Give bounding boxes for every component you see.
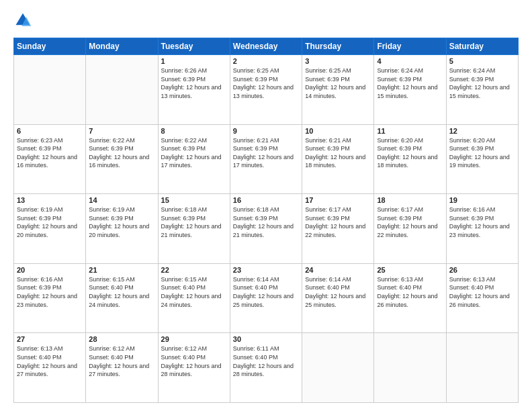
day-info: Sunrise: 6:20 AM Sunset: 6:39 PM Dayligh… bbox=[449, 136, 515, 170]
logo bbox=[13, 12, 35, 31]
day-number: 7 bbox=[89, 127, 154, 135]
day-info: Sunrise: 6:12 AM Sunset: 6:40 PM Dayligh… bbox=[161, 345, 227, 378]
day-number: 8 bbox=[161, 127, 227, 135]
calendar-cell bbox=[86, 55, 158, 125]
calendar-cell: 18Sunrise: 6:17 AM Sunset: 6:39 PM Dayli… bbox=[374, 194, 446, 264]
calendar-cell: 8Sunrise: 6:22 AM Sunset: 6:39 PM Daylig… bbox=[158, 124, 230, 194]
day-number: 28 bbox=[89, 335, 154, 343]
weekday-header-wednesday: Wednesday bbox=[230, 38, 302, 55]
day-info: Sunrise: 6:12 AM Sunset: 6:40 PM Dayligh… bbox=[89, 345, 154, 378]
day-number: 2 bbox=[233, 57, 299, 65]
calendar-week-row: 6Sunrise: 6:23 AM Sunset: 6:39 PM Daylig… bbox=[14, 124, 519, 194]
weekday-header-saturday: Saturday bbox=[446, 38, 518, 55]
day-number: 13 bbox=[17, 196, 83, 204]
day-number: 20 bbox=[17, 266, 83, 274]
calendar-cell: 24Sunrise: 6:14 AM Sunset: 6:40 PM Dayli… bbox=[302, 263, 374, 333]
calendar-cell: 9Sunrise: 6:21 AM Sunset: 6:39 PM Daylig… bbox=[230, 124, 302, 194]
calendar-cell: 13Sunrise: 6:19 AM Sunset: 6:39 PM Dayli… bbox=[14, 194, 86, 264]
page: SundayMondayTuesdayWednesdayThursdayFrid… bbox=[0, 0, 532, 411]
day-info: Sunrise: 6:13 AM Sunset: 6:40 PM Dayligh… bbox=[17, 345, 83, 378]
calendar-cell: 29Sunrise: 6:12 AM Sunset: 6:40 PM Dayli… bbox=[158, 333, 230, 403]
calendar-table: SundayMondayTuesdayWednesdayThursdayFrid… bbox=[13, 38, 519, 403]
day-number: 22 bbox=[161, 266, 227, 274]
day-number: 21 bbox=[89, 266, 154, 274]
calendar-body: 1Sunrise: 6:26 AM Sunset: 6:39 PM Daylig… bbox=[14, 55, 519, 403]
day-number: 11 bbox=[377, 127, 443, 135]
day-info: Sunrise: 6:23 AM Sunset: 6:39 PM Dayligh… bbox=[17, 136, 83, 170]
calendar-cell bbox=[446, 333, 518, 403]
calendar-cell: 10Sunrise: 6:21 AM Sunset: 6:39 PM Dayli… bbox=[302, 124, 374, 194]
calendar-cell: 19Sunrise: 6:16 AM Sunset: 6:39 PM Dayli… bbox=[446, 194, 518, 264]
weekday-header-sunday: Sunday bbox=[14, 38, 86, 55]
day-number: 14 bbox=[89, 196, 154, 204]
calendar-week-row: 1Sunrise: 6:26 AM Sunset: 6:39 PM Daylig… bbox=[14, 55, 519, 125]
calendar-cell: 1Sunrise: 6:26 AM Sunset: 6:39 PM Daylig… bbox=[158, 55, 230, 125]
calendar-cell: 30Sunrise: 6:11 AM Sunset: 6:40 PM Dayli… bbox=[230, 333, 302, 403]
day-number: 15 bbox=[161, 196, 227, 204]
day-info: Sunrise: 6:16 AM Sunset: 6:39 PM Dayligh… bbox=[17, 275, 83, 309]
day-info: Sunrise: 6:20 AM Sunset: 6:39 PM Dayligh… bbox=[377, 136, 443, 170]
day-number: 5 bbox=[449, 57, 515, 65]
calendar-cell: 23Sunrise: 6:14 AM Sunset: 6:40 PM Dayli… bbox=[230, 263, 302, 333]
day-number: 6 bbox=[17, 127, 83, 135]
day-info: Sunrise: 6:14 AM Sunset: 6:40 PM Dayligh… bbox=[305, 275, 371, 309]
day-info: Sunrise: 6:22 AM Sunset: 6:39 PM Dayligh… bbox=[161, 136, 227, 170]
day-info: Sunrise: 6:25 AM Sunset: 6:39 PM Dayligh… bbox=[233, 66, 299, 100]
day-info: Sunrise: 6:17 AM Sunset: 6:39 PM Dayligh… bbox=[377, 205, 443, 239]
day-number: 12 bbox=[449, 127, 515, 135]
day-number: 30 bbox=[233, 335, 299, 343]
calendar-cell: 2Sunrise: 6:25 AM Sunset: 6:39 PM Daylig… bbox=[230, 55, 302, 125]
calendar-cell: 3Sunrise: 6:25 AM Sunset: 6:39 PM Daylig… bbox=[302, 55, 374, 125]
day-info: Sunrise: 6:24 AM Sunset: 6:39 PM Dayligh… bbox=[377, 66, 443, 100]
calendar-cell: 14Sunrise: 6:19 AM Sunset: 6:39 PM Dayli… bbox=[86, 194, 158, 264]
calendar-cell: 12Sunrise: 6:20 AM Sunset: 6:39 PM Dayli… bbox=[446, 124, 518, 194]
calendar-week-row: 27Sunrise: 6:13 AM Sunset: 6:40 PM Dayli… bbox=[14, 333, 519, 403]
day-number: 29 bbox=[161, 335, 227, 343]
day-info: Sunrise: 6:21 AM Sunset: 6:39 PM Dayligh… bbox=[305, 136, 371, 170]
day-number: 18 bbox=[377, 196, 443, 204]
day-number: 24 bbox=[305, 266, 371, 274]
day-info: Sunrise: 6:26 AM Sunset: 6:39 PM Dayligh… bbox=[161, 66, 227, 100]
calendar-cell: 11Sunrise: 6:20 AM Sunset: 6:39 PM Dayli… bbox=[374, 124, 446, 194]
day-info: Sunrise: 6:24 AM Sunset: 6:39 PM Dayligh… bbox=[449, 66, 515, 100]
calendar-cell bbox=[14, 55, 86, 125]
calendar-cell: 28Sunrise: 6:12 AM Sunset: 6:40 PM Dayli… bbox=[86, 333, 158, 403]
day-info: Sunrise: 6:15 AM Sunset: 6:40 PM Dayligh… bbox=[161, 275, 227, 309]
weekday-header-thursday: Thursday bbox=[302, 38, 374, 55]
day-info: Sunrise: 6:13 AM Sunset: 6:40 PM Dayligh… bbox=[377, 275, 443, 309]
day-info: Sunrise: 6:16 AM Sunset: 6:39 PM Dayligh… bbox=[449, 205, 515, 239]
calendar-cell: 5Sunrise: 6:24 AM Sunset: 6:39 PM Daylig… bbox=[446, 55, 518, 125]
weekday-header-row: SundayMondayTuesdayWednesdayThursdayFrid… bbox=[14, 38, 519, 55]
day-info: Sunrise: 6:18 AM Sunset: 6:39 PM Dayligh… bbox=[161, 205, 227, 239]
day-number: 4 bbox=[377, 57, 443, 65]
calendar-cell: 17Sunrise: 6:17 AM Sunset: 6:39 PM Dayli… bbox=[302, 194, 374, 264]
day-info: Sunrise: 6:14 AM Sunset: 6:40 PM Dayligh… bbox=[233, 275, 299, 309]
day-info: Sunrise: 6:22 AM Sunset: 6:39 PM Dayligh… bbox=[89, 136, 154, 170]
logo-icon bbox=[13, 12, 32, 31]
day-info: Sunrise: 6:25 AM Sunset: 6:39 PM Dayligh… bbox=[305, 66, 371, 100]
weekday-header-friday: Friday bbox=[374, 38, 446, 55]
day-number: 17 bbox=[305, 196, 371, 204]
calendar-cell: 6Sunrise: 6:23 AM Sunset: 6:39 PM Daylig… bbox=[14, 124, 86, 194]
day-info: Sunrise: 6:17 AM Sunset: 6:39 PM Dayligh… bbox=[305, 205, 371, 239]
day-number: 25 bbox=[377, 266, 443, 274]
day-info: Sunrise: 6:19 AM Sunset: 6:39 PM Dayligh… bbox=[17, 205, 83, 239]
calendar-week-row: 20Sunrise: 6:16 AM Sunset: 6:39 PM Dayli… bbox=[14, 263, 519, 333]
calendar-cell: 21Sunrise: 6:15 AM Sunset: 6:40 PM Dayli… bbox=[86, 263, 158, 333]
day-number: 9 bbox=[233, 127, 299, 135]
calendar-cell: 7Sunrise: 6:22 AM Sunset: 6:39 PM Daylig… bbox=[86, 124, 158, 194]
calendar-cell: 27Sunrise: 6:13 AM Sunset: 6:40 PM Dayli… bbox=[14, 333, 86, 403]
calendar-cell: 4Sunrise: 6:24 AM Sunset: 6:39 PM Daylig… bbox=[374, 55, 446, 125]
day-number: 10 bbox=[305, 127, 371, 135]
day-number: 1 bbox=[161, 57, 227, 65]
calendar-cell: 15Sunrise: 6:18 AM Sunset: 6:39 PM Dayli… bbox=[158, 194, 230, 264]
calendar-cell: 26Sunrise: 6:13 AM Sunset: 6:40 PM Dayli… bbox=[446, 263, 518, 333]
calendar-cell: 16Sunrise: 6:18 AM Sunset: 6:39 PM Dayli… bbox=[230, 194, 302, 264]
calendar-cell: 20Sunrise: 6:16 AM Sunset: 6:39 PM Dayli… bbox=[14, 263, 86, 333]
day-number: 16 bbox=[233, 196, 299, 204]
day-number: 3 bbox=[305, 57, 371, 65]
calendar-cell: 25Sunrise: 6:13 AM Sunset: 6:40 PM Dayli… bbox=[374, 263, 446, 333]
calendar-cell bbox=[302, 333, 374, 403]
day-number: 23 bbox=[233, 266, 299, 274]
day-number: 19 bbox=[449, 196, 515, 204]
